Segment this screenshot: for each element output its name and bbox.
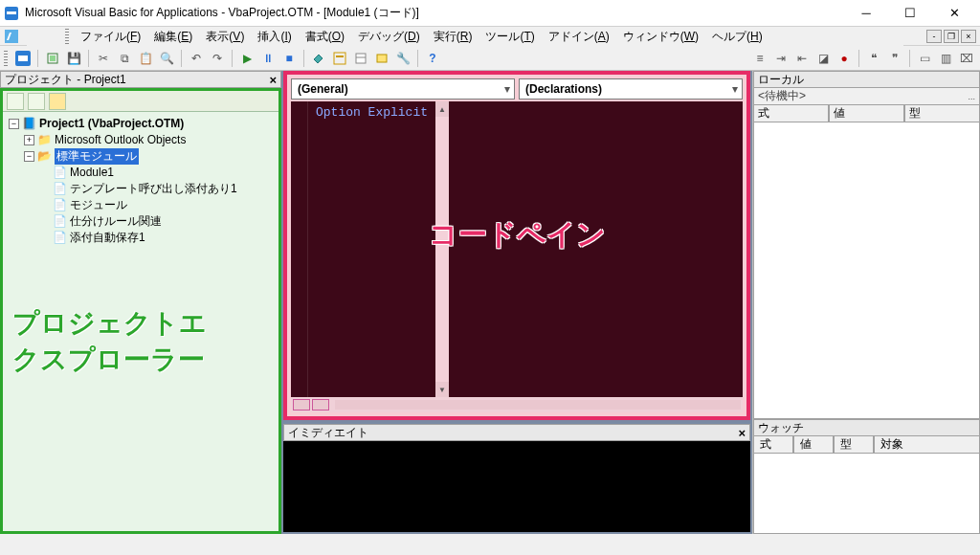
code-horizontal-scrollbar[interactable]: [335, 400, 741, 410]
locals-dropdown-icon[interactable]: ...: [968, 92, 975, 101]
reset-icon[interactable]: ■: [279, 49, 299, 68]
code-text[interactable]: Option Explicit: [308, 101, 435, 397]
help-icon[interactable]: ?: [423, 49, 442, 68]
tree-folder-selected-label: 標準モジュール: [55, 148, 139, 165]
module-icon: 📄: [53, 197, 67, 213]
locals-body[interactable]: [753, 122, 980, 419]
find-icon[interactable]: 🔍: [157, 49, 176, 68]
tree-module-item[interactable]: 📄仕分けルール関連: [9, 213, 273, 230]
toggle-folders-icon[interactable]: [49, 93, 66, 110]
full-module-view-icon[interactable]: [312, 399, 329, 411]
tree-item-label: テンプレート呼び出し添付あり1: [70, 181, 237, 197]
properties-icon[interactable]: [351, 49, 370, 68]
watch-col-expr[interactable]: 式: [753, 436, 793, 454]
locals-col-expr[interactable]: 式: [753, 105, 829, 122]
bookmark-icon[interactable]: ◪: [813, 49, 833, 68]
maximize-button[interactable]: ☐: [888, 0, 932, 27]
uncomment-icon[interactable]: ❞: [885, 49, 904, 68]
object-browser-icon[interactable]: [372, 49, 391, 68]
object-combo[interactable]: (General): [291, 78, 515, 100]
folder-icon: 📁: [37, 132, 52, 148]
misc-toolbar-icon-3[interactable]: ⌧: [957, 49, 976, 68]
locals-header: ローカル: [753, 71, 980, 88]
svg-rect-2: [5, 30, 18, 43]
save-icon[interactable]: 💾: [64, 49, 83, 68]
procedure-view-icon[interactable]: [293, 399, 310, 411]
menu-item[interactable]: 編集(E): [148, 27, 198, 47]
watch-body[interactable]: [753, 454, 980, 534]
menu-item[interactable]: 書式(O): [300, 27, 350, 47]
tree-module-item[interactable]: 📄モジュール: [9, 197, 273, 213]
menu-item[interactable]: デバッグ(D): [352, 27, 426, 47]
folder-open-icon: 📂: [37, 148, 52, 165]
paste-icon[interactable]: 📋: [136, 49, 155, 68]
procedure-combo[interactable]: (Declarations): [519, 78, 743, 100]
edit-toolbar-icon[interactable]: ≡: [750, 49, 769, 68]
menu-grip-icon: [65, 29, 69, 44]
tree-module-item[interactable]: 📄Module1: [9, 165, 273, 181]
indent-icon[interactable]: ⇥: [771, 49, 791, 68]
copy-icon[interactable]: ⧉: [115, 49, 134, 68]
menu-item[interactable]: 表示(V): [200, 27, 250, 47]
expand-icon[interactable]: −: [9, 119, 19, 129]
minimize-button[interactable]: ─: [844, 0, 888, 27]
view-object-icon[interactable]: [28, 93, 45, 110]
main-area: プロジェクト - Project1 × − 📘 Project1 (VbaPro…: [0, 71, 980, 534]
collapse-icon[interactable]: −: [24, 151, 34, 162]
tree-folder-modules[interactable]: − 📂 標準モジュール: [9, 148, 273, 165]
menu-item[interactable]: アドイン(A): [543, 27, 615, 47]
code-editor[interactable]: Option Explicit コードペイン ▲ ▼: [291, 101, 743, 397]
design-mode-icon[interactable]: [309, 49, 328, 68]
svg-rect-8: [336, 56, 344, 57]
scroll-down-icon[interactable]: ▼: [435, 382, 449, 397]
toolbox-icon[interactable]: 🔧: [393, 49, 412, 68]
tree-module-item[interactable]: 📄添付自動保存1: [9, 230, 273, 246]
view-outlook-icon[interactable]: [13, 49, 33, 68]
comment-icon[interactable]: ❝: [864, 49, 883, 68]
misc-toolbar-icon-2[interactable]: ▥: [936, 49, 955, 68]
run-icon[interactable]: ▶: [237, 49, 256, 68]
svg-rect-4: [18, 56, 28, 61]
project-explorer-icon[interactable]: [330, 49, 349, 68]
tree-folder-outlook[interactable]: + 📁 Microsoft Outlook Objects: [9, 132, 273, 148]
tree-root[interactable]: − 📘 Project1 (VbaProject.OTM): [9, 116, 273, 132]
watch-col-target[interactable]: 対象: [874, 436, 980, 454]
menu-item[interactable]: ウィンドウ(W): [617, 27, 704, 47]
menu-item[interactable]: 挿入(I): [252, 27, 297, 47]
tree-module-item[interactable]: 📄テンプレート呼び出し添付あり1: [9, 181, 273, 197]
redo-icon[interactable]: ↷: [208, 49, 227, 68]
project-tree[interactable]: − 📘 Project1 (VbaProject.OTM) + 📁 Micros…: [3, 112, 278, 250]
locals-col-type[interactable]: 型: [904, 105, 980, 122]
watch-col-type[interactable]: 型: [834, 436, 874, 454]
project-explorer-close-icon[interactable]: ×: [269, 73, 277, 87]
menu-item[interactable]: ツール(T): [479, 27, 540, 47]
view-code-icon[interactable]: [7, 93, 24, 110]
break-icon[interactable]: ⏸: [258, 49, 278, 68]
menu-item[interactable]: ファイル(F): [75, 27, 146, 47]
expand-icon[interactable]: +: [24, 135, 34, 145]
scroll-up-icon[interactable]: ▲: [435, 101, 449, 117]
mdi-row: ファイル(F)編集(E)表示(V)挿入(I)書式(O)デバッグ(D)実行(R)ツ…: [0, 27, 980, 46]
immediate-window[interactable]: [283, 441, 750, 532]
insert-module-icon[interactable]: [43, 49, 62, 68]
menu-item[interactable]: ヘルプ(H): [706, 27, 768, 47]
mdi-close-button[interactable]: ×: [961, 30, 976, 43]
svg-rect-6: [50, 56, 56, 61]
immediate-close-icon[interactable]: ×: [738, 426, 746, 440]
vba-app-icon: [4, 6, 19, 21]
outdent-icon[interactable]: ⇤: [792, 49, 812, 68]
cut-icon[interactable]: ✂: [94, 49, 113, 68]
code-pane: (General) (Declarations) Option Explicit…: [283, 71, 750, 420]
locals-col-value[interactable]: 値: [829, 105, 904, 122]
mdi-restore-button[interactable]: ❐: [944, 30, 959, 43]
close-button[interactable]: ✕: [932, 0, 976, 27]
misc-toolbar-icon-1[interactable]: ▭: [915, 49, 934, 68]
mdi-minimize-button[interactable]: -: [926, 30, 942, 43]
code-view-buttons: [291, 397, 743, 412]
window-title: Microsoft Visual Basic for Applications …: [25, 5, 844, 21]
watch-col-value[interactable]: 値: [793, 436, 834, 454]
breakpoint-icon[interactable]: ●: [835, 49, 854, 68]
undo-icon[interactable]: ↶: [187, 49, 206, 68]
project-explorer-body: − 📘 Project1 (VbaProject.OTM) + 📁 Micros…: [0, 88, 281, 534]
menu-item[interactable]: 実行(R): [428, 27, 479, 47]
